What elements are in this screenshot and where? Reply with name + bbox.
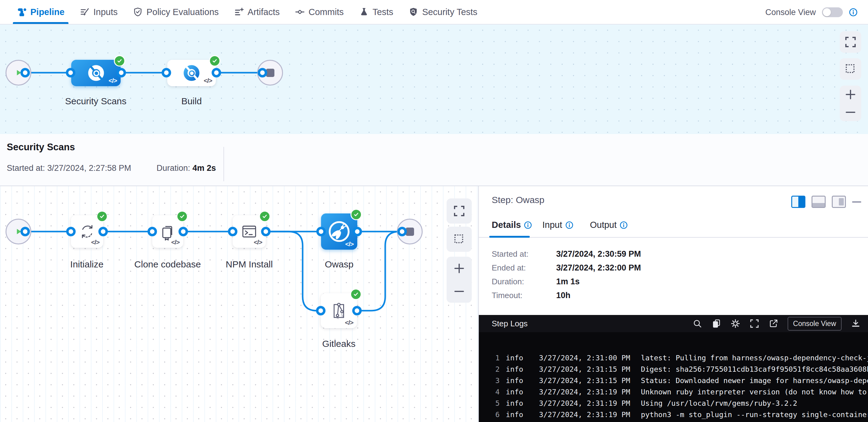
artifacts-icon [234,7,244,17]
connector [316,306,326,316]
git-commit-icon [295,7,305,17]
log-line-number: 6 [488,409,500,420]
layout-right-panel-button[interactable] [791,196,805,208]
tab-tests[interactable]: Tests [351,0,401,24]
marquee-select-button[interactable] [840,58,861,80]
tab-label: Input [542,220,562,230]
step-graph-canvas: </> </> </> [0,186,478,422]
detail-label: Timeout: [492,291,522,300]
step-logs-console[interactable]: 1 info 3/27/2024, 2:31:00 PM latest: Pul… [479,332,868,422]
layout-bottom-panel-button[interactable] [811,196,826,208]
gitleaks-icon [329,301,348,320]
download-icon[interactable] [851,319,861,328]
step-label-clone-codebase[interactable]: Clone codebase [125,259,211,269]
expand-logs-icon[interactable] [749,319,760,328]
step-logs-actions: Console View [692,317,861,331]
connector [66,227,76,236]
terminal-icon [240,223,258,240]
tab-inputs[interactable]: Inputs [72,0,125,24]
security-stage-icon [87,63,105,83]
tab-artifacts[interactable]: Artifacts [226,0,288,24]
success-check-icon [114,55,125,67]
zoom-out-button[interactable] [453,285,465,297]
marquee-select-button[interactable] [446,227,472,252]
code-glyph: </> [204,77,212,84]
tab-policy-evaluations[interactable]: Policy Evaluations [125,0,226,24]
tab-pipeline[interactable]: Pipeline [9,0,72,24]
console-view-toggle[interactable] [822,7,843,17]
log-timestamp: 3/27/2024, 2:31:19 PM [539,398,630,409]
stage-card-security-scans[interactable]: </> [71,60,121,86]
settings-gear-icon[interactable] [731,319,740,328]
tab-details[interactable]: Details [492,220,532,230]
stage-card-build[interactable]: </> [167,60,216,86]
detail-row: Started at: 3/27/2024, 2:30:59 PM [492,249,529,259]
zoom-in-button[interactable] [844,88,857,101]
connector [98,227,108,236]
stop-icon [406,228,414,236]
log-line-number: 1 [488,352,500,364]
info-icon[interactable] [849,8,858,17]
minimize-panel-button[interactable] [852,201,861,203]
top-nav: Pipeline Inputs Policy Evaluations Artif… [0,0,868,25]
tab-input[interactable]: Input [542,220,574,230]
log-line-number: 4 [488,386,500,398]
step-label-gitleaks[interactable]: Gitleaks [302,338,376,349]
step-label-owasp[interactable]: Owasp [302,259,376,269]
info-icon[interactable] [620,221,628,229]
connector [162,68,171,77]
search-icon[interactable] [692,319,702,328]
step-label-npm-install[interactable]: NPM Install [212,259,286,269]
fullscreen-button[interactable] [840,31,861,53]
detail-label: Ended at: [492,263,526,272]
marquee-icon [453,233,465,245]
connector [258,68,267,77]
tab-label: Security Tests [422,7,477,17]
fullscreen-button[interactable] [446,198,472,224]
detail-value: 3/27/2024, 2:30:59 PM [556,249,771,259]
log-message: Status: Downloaded newer image for harne… [641,375,868,386]
tab-commits[interactable]: Commits [287,0,351,24]
code-glyph: </> [91,238,99,246]
lower-zone: </> </> </> [0,186,868,422]
connector [66,68,75,77]
code-glyph: </> [345,319,353,326]
log-level: info [506,352,523,364]
detail-row: Timeout: 10h [492,291,522,300]
duration-label: Duration: [157,163,190,173]
toggle-knob [823,8,831,16]
flask-icon [359,7,369,17]
open-external-icon[interactable] [769,319,778,328]
panel-layout-controls [791,196,861,208]
info-icon[interactable] [524,221,532,229]
zoom-out-button[interactable] [844,106,857,118]
layout-floating-panel-button[interactable] [832,196,846,208]
nav-tabs: Pipeline Inputs Policy Evaluations Artif… [0,0,485,24]
log-message: latest: Pulling from harness/owasp-depen… [641,352,868,364]
stage-started-at: Started at: 3/27/2024, 2:27:58 PM [7,163,131,173]
tab-output[interactable]: Output [590,220,628,230]
nav-right-controls: Console View [765,0,858,25]
detail-label: Duration: [492,277,524,286]
stage-label-security-scans[interactable]: Security Scans [56,96,136,106]
detail-row: Ended at: 3/27/2024, 2:32:00 PM [492,263,526,273]
success-check-icon [350,209,362,220]
fullscreen-icon [844,36,857,48]
tab-label: Details [492,220,521,230]
tab-security-tests[interactable]: Security Tests [401,0,485,24]
log-level: info [506,398,523,409]
step-card-gitleaks[interactable]: </> [321,293,357,328]
connector [21,68,30,77]
step-panel-title: Step: Owasp [492,195,545,205]
clone-codebase-icon [159,223,177,240]
info-icon[interactable] [565,221,574,229]
tab-label: Policy Evaluations [146,7,219,17]
detail-value: 10h [556,291,771,300]
step-label-initialize[interactable]: Initialize [50,259,124,269]
console-view-button[interactable]: Console View [787,317,842,331]
copy-icon[interactable] [711,319,721,328]
step-card-owasp[interactable]: </> [321,214,357,250]
stage-label-build[interactable]: Build [152,96,231,106]
zoom-in-button[interactable] [453,262,465,274]
minus-icon [844,106,857,118]
